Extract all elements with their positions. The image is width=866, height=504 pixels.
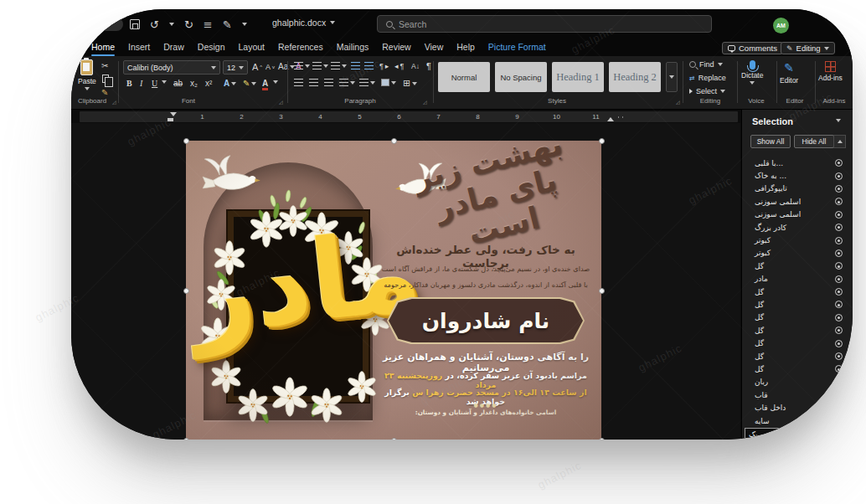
show-marks-button[interactable]: ¶ [426,61,431,71]
layer-row[interactable]: به خاک ... [742,169,853,182]
layer-row[interactable]: کبوتر [742,247,853,260]
font-dialog-launcher[interactable]: ◿ [279,99,283,105]
layer-row[interactable]: سایه [742,414,853,427]
layer-row[interactable]: اسلمی سوزنی [742,195,853,208]
paste-button[interactable]: Paste [78,59,96,90]
pane-collapse-chevron[interactable] [836,119,841,122]
comments-button[interactable]: Comments [722,42,783,54]
eye-icon[interactable] [835,211,843,219]
eye-icon[interactable] [835,237,843,244]
ltr-direction-button[interactable]: ¶▸ [379,62,389,70]
sort-button[interactable]: A↓ [411,62,420,70]
style-card[interactable]: Heading 2 [609,62,661,92]
rtl-direction-button[interactable]: ◂¶ [394,62,404,70]
avatar[interactable]: AM [773,18,789,33]
layer-row[interactable]: مادر [742,273,853,285]
highlight-color-button[interactable]: ✎ [243,79,256,88]
eye-icon[interactable] [835,404,843,412]
resize-handle-sw[interactable] [183,438,189,440]
strikethrough-button[interactable]: ab [173,79,183,88]
grow-font-button[interactable]: A^ [252,62,262,72]
font-name-select[interactable]: Calibri (Body) [123,60,220,75]
multilevel-list-button[interactable] [331,62,347,69]
underline-chevron[interactable] [162,80,167,84]
ribbon-tab[interactable]: Picture Format [482,39,553,56]
layer-row[interactable]: گل [742,324,853,337]
style-card[interactable]: Heading 1 [552,62,604,92]
italic-button[interactable]: I [140,79,142,88]
eye-icon[interactable] [835,352,843,360]
style-card[interactable]: Normal [438,62,490,92]
replace-button[interactable]: ⇄Replace [689,74,726,82]
underline-button[interactable]: U [152,79,157,88]
spacing-icon[interactable]: ≡ [204,18,213,31]
eye-icon[interactable] [835,288,843,296]
ribbon-tab[interactable]: Help [450,39,482,56]
styles-dialog-launcher[interactable]: ◿ [676,99,680,105]
layer-row[interactable]: گل [742,311,853,324]
undo-icon[interactable]: ↺ [150,18,159,31]
bullets-button[interactable] [294,62,310,69]
resize-handle-n[interactable] [391,138,397,144]
eye-icon[interactable] [835,172,843,180]
font-color-button[interactable]: A [262,79,268,90]
ribbon-tab[interactable]: View [418,39,451,56]
align-center-button[interactable] [309,79,318,86]
layer-row[interactable]: گل [742,363,853,375]
ribbon-tab[interactable]: Draw [157,39,191,56]
left-indent-marker[interactable] [168,118,173,121]
resize-handle-ne[interactable] [599,138,605,144]
ribbon-tab[interactable]: Review [375,39,417,56]
find-button[interactable]: Find [689,60,723,69]
font-color-chevron[interactable] [273,80,278,84]
layer-row[interactable]: گل [742,298,853,311]
format-painter-button[interactable]: ✎ [101,88,108,97]
eye-icon[interactable] [835,314,843,321]
resize-handle-w[interactable] [183,288,189,294]
document-title[interactable]: ghalphic.docx [272,18,335,28]
layer-row[interactable]: داخل قاب [742,401,853,414]
eye-icon[interactable] [835,417,843,424]
shrink-font-button[interactable]: Av [265,63,275,71]
ribbon-tab[interactable]: Home [85,39,121,56]
eye-icon[interactable] [835,365,843,373]
ribbon-tab[interactable]: References [271,39,330,56]
pane-scroll-up-button[interactable] [833,135,846,148]
layer-row[interactable]: گل [742,260,853,272]
layer-row[interactable]: تایپوگرافی [742,183,853,195]
eye-icon[interactable] [835,198,843,205]
eye-icon[interactable] [835,391,843,399]
layer-row[interactable]: کبوتر [742,234,853,246]
dictate-button[interactable]: Dictate [741,60,763,85]
first-line-indent-marker[interactable] [170,112,177,116]
eye-icon[interactable] [835,262,843,270]
resize-handle-s[interactable] [391,438,397,440]
layer-row[interactable]: گل [742,350,853,363]
format-painter-icon[interactable]: ✎ [223,18,232,31]
layer-row[interactable]: ربان [742,376,853,388]
resize-handle-se[interactable] [599,438,605,440]
justify-button[interactable] [339,79,355,86]
right-indent-marker[interactable] [607,117,614,121]
styles-more-button[interactable] [666,62,678,92]
eye-icon[interactable] [835,185,843,193]
redo-icon[interactable]: ↻ [184,18,193,31]
show-all-button[interactable]: Show All [750,135,791,148]
eye-icon[interactable] [835,378,843,386]
eye-icon[interactable] [835,327,843,334]
horizontal-ruler[interactable]: 1234567891011 [80,111,738,122]
layer-row[interactable]: اسلمی سوزنی [742,208,853,221]
select-button[interactable]: Select [689,87,725,95]
layer-row[interactable]: کادر بزرگ [742,221,853,234]
increase-indent-button[interactable] [364,62,374,69]
document-canvas[interactable]: مادر بهشت زیر پای مادر است به خاک ر [71,123,740,440]
editor-button[interactable]: ✎ Editor [780,61,798,85]
layer-rename-input[interactable]: یک [745,428,851,440]
undo-chevron[interactable] [169,23,174,26]
addins-button[interactable]: Add-ins [818,61,843,82]
ribbon-tab[interactable]: Mailings [330,39,376,56]
ribbon-tab[interactable]: Layout [231,39,271,56]
superscript-button[interactable]: x² [205,79,212,88]
layer-row[interactable]: با قلبی... [742,157,853,169]
autosave-toggle[interactable]: Off [78,18,123,31]
